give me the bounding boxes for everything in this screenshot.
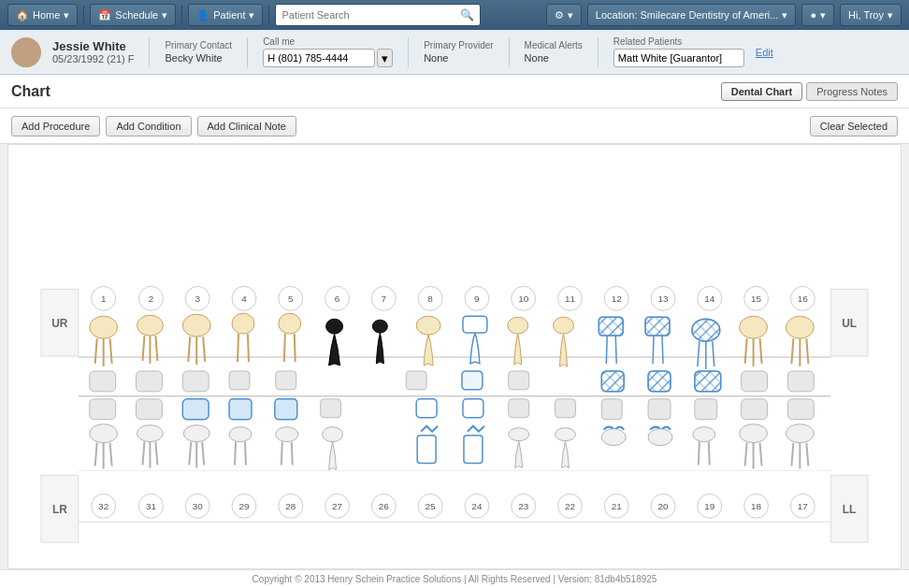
svg-point-0	[19, 41, 34, 56]
footer: Copyright © 2013 Henry Schein Practice S…	[0, 569, 909, 588]
home-button[interactable]: 🏠 Home ▾	[7, 4, 78, 26]
tab-progress-notes[interactable]: Progress Notes	[806, 82, 898, 101]
settings-button[interactable]: ⚙ ▾	[546, 4, 582, 26]
svg-text:8: 8	[427, 294, 433, 304]
separator-5	[598, 37, 599, 67]
svg-text:LR: LR	[52, 503, 67, 516]
related-patients-label: Related Patients	[613, 36, 744, 47]
svg-point-128	[137, 425, 163, 442]
svg-line-129	[142, 442, 144, 466]
svg-line-85	[745, 338, 747, 364]
patient-search-input[interactable]	[281, 9, 460, 21]
svg-line-63	[284, 334, 285, 362]
svg-line-150	[699, 442, 700, 466]
svg-rect-110	[137, 399, 163, 420]
tab-dental-chart[interactable]: Dental Chart	[721, 82, 802, 101]
schedule-label: Schedule	[115, 9, 158, 21]
search-icon: 🔍	[460, 8, 474, 22]
svg-text:2: 2	[149, 294, 154, 304]
svg-text:18: 18	[751, 501, 762, 511]
svg-text:14: 14	[704, 294, 715, 304]
location-button[interactable]: Location: Smilecare Dentistry of Ameri..…	[587, 4, 797, 26]
svg-rect-97	[406, 371, 426, 390]
primary-contact-label: Primary Contact	[165, 40, 232, 50]
svg-line-48	[95, 338, 97, 364]
svg-text:31: 31	[146, 501, 157, 511]
svg-rect-115	[416, 399, 437, 418]
call-me-dropdown[interactable]: ▾	[377, 49, 393, 67]
svg-text:17: 17	[798, 501, 809, 511]
add-procedure-button[interactable]: Add Procedure	[11, 116, 100, 136]
svg-text:5: 5	[288, 294, 294, 304]
call-me-label: Call me	[263, 36, 393, 47]
svg-rect-106	[742, 371, 768, 392]
svg-text:16: 16	[798, 294, 809, 304]
svg-line-151	[709, 442, 710, 466]
primary-provider-field: Primary Provider None	[424, 40, 493, 64]
svg-rect-114	[321, 399, 341, 418]
svg-line-159	[806, 443, 808, 466]
patient-name: Jessie White	[52, 39, 134, 53]
svg-rect-107	[787, 371, 814, 392]
chart-tabs: Dental Chart Progress Notes	[721, 82, 898, 101]
call-me-input[interactable]	[263, 49, 375, 67]
svg-point-84	[740, 316, 768, 338]
svg-rect-72	[599, 317, 623, 336]
svg-line-125	[95, 443, 97, 466]
svg-line-137	[235, 442, 236, 466]
svg-point-65	[326, 319, 343, 334]
svg-point-55	[182, 314, 210, 337]
svg-line-81	[698, 341, 700, 366]
toolbar: Add Procedure Add Condition Add Clinical…	[0, 108, 909, 144]
patient-bar: Jessie White 05/23/1992 (21) F Primary C…	[0, 30, 909, 75]
edit-link[interactable]: Edit	[756, 47, 773, 58]
user-greeting-button[interactable]: Hi, Troy ▾	[840, 4, 902, 26]
location-chevron: ▾	[782, 9, 787, 22]
svg-line-153	[745, 443, 747, 466]
svg-text:4: 4	[241, 294, 247, 304]
add-clinical-note-button[interactable]: Add Clinical Note	[197, 116, 296, 136]
svg-rect-98	[462, 371, 483, 390]
help-chevron: ▾	[820, 9, 826, 22]
svg-line-74	[615, 336, 616, 364]
svg-text:13: 13	[657, 294, 669, 304]
patient-icon: 👤	[196, 9, 209, 22]
svg-point-47	[90, 316, 118, 338]
svg-text:28: 28	[285, 501, 296, 511]
help-button[interactable]: ● ▾	[801, 4, 834, 26]
patient-button[interactable]: 👤 Patient ▾	[188, 4, 263, 26]
svg-line-77	[653, 336, 654, 364]
svg-point-124	[90, 424, 118, 443]
primary-contact-value: Becky White	[165, 52, 232, 64]
svg-point-139	[276, 427, 298, 442]
svg-line-127	[110, 443, 112, 466]
svg-rect-68	[463, 316, 487, 333]
medical-alerts-label: Medical Alerts	[525, 40, 583, 50]
svg-text:30: 30	[193, 501, 204, 511]
add-condition-button[interactable]: Add Condition	[106, 116, 191, 136]
svg-line-138	[245, 442, 246, 466]
schedule-button[interactable]: 📅 Schedule ▾	[90, 4, 176, 26]
svg-rect-113	[275, 399, 297, 420]
svg-rect-99	[509, 371, 529, 390]
call-me-field: Call me ▾	[263, 36, 393, 67]
svg-line-73	[606, 336, 607, 364]
primary-provider-value: None	[424, 52, 493, 64]
patient-dob: 05/23/1992 (21) F	[52, 53, 134, 65]
svg-text:LL: LL	[843, 503, 857, 516]
related-patients-select[interactable]: Matt White [Guarantor]	[613, 49, 744, 67]
svg-rect-96	[276, 371, 296, 390]
svg-line-87	[760, 338, 762, 364]
nav-divider-1	[83, 6, 84, 24]
separator-3	[408, 37, 409, 67]
svg-text:20: 20	[657, 501, 669, 511]
dental-chart-area: UR UL LR LL 1 2 3 4 5 6 7 8	[7, 144, 902, 569]
nav-right: ⚙ ▾ Location: Smilecare Dentistry of Ame…	[546, 4, 902, 26]
svg-line-141	[292, 442, 293, 466]
chart-header: Chart Dental Chart Progress Notes	[0, 75, 909, 108]
svg-point-147	[601, 429, 626, 446]
clear-selected-button[interactable]: Clear Selected	[810, 116, 898, 136]
svg-text:22: 22	[565, 501, 576, 511]
svg-text:25: 25	[426, 501, 437, 511]
user-chevron: ▾	[887, 9, 893, 22]
